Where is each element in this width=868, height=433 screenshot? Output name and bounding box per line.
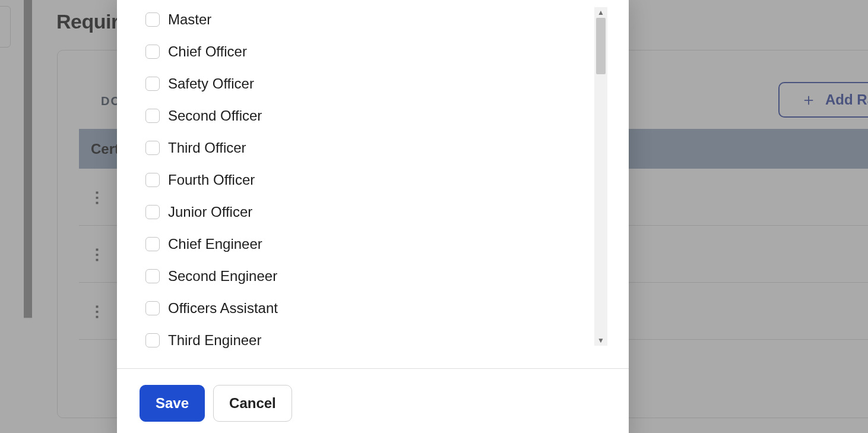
options-scrollbar[interactable]: ▲ ▼ (594, 7, 607, 346)
options-scrollbar-thumb[interactable] (596, 18, 606, 74)
checkbox[interactable] (145, 173, 160, 187)
save-button[interactable]: Save (140, 385, 205, 422)
checkbox[interactable] (145, 109, 160, 123)
checkbox[interactable] (145, 141, 160, 155)
rank-option-label: Second Officer (168, 108, 262, 124)
checkbox[interactable] (145, 301, 160, 315)
rank-option[interactable]: Second Engineer (145, 260, 601, 292)
rank-option[interactable]: Second Officer (145, 100, 601, 132)
scroll-up-icon[interactable]: ▲ (594, 7, 607, 18)
checkbox[interactable] (145, 333, 160, 347)
rank-option-label: Master (168, 11, 211, 28)
rank-option-label: Junior Officer (168, 204, 252, 220)
checkbox[interactable] (145, 77, 160, 91)
rank-option-label: Second Engineer (168, 268, 277, 285)
checkbox[interactable] (145, 205, 160, 219)
checkbox[interactable] (145, 269, 160, 283)
checkbox[interactable] (145, 12, 160, 27)
rank-option[interactable]: Safety Officer (145, 68, 601, 100)
modal-footer: Save Cancel (117, 368, 629, 433)
rank-options-list[interactable]: Master Chief Officer Safety Officer Seco… (117, 4, 607, 368)
rank-select-modal: Master Chief Officer Safety Officer Seco… (117, 0, 629, 433)
rank-option[interactable]: Third Engineer (145, 324, 601, 356)
rank-option[interactable]: Junior Officer (145, 196, 601, 228)
rank-option-label: Chief Officer (168, 43, 247, 60)
rank-option-label: Third Officer (168, 140, 246, 156)
rank-option-label: Third Engineer (168, 332, 261, 349)
rank-option-label: Fourth Officer (168, 172, 255, 188)
rank-option[interactable]: Chief Officer (145, 36, 601, 68)
modal-body: Master Chief Officer Safety Officer Seco… (117, 0, 629, 368)
scroll-down-icon[interactable]: ▼ (594, 335, 607, 346)
rank-option-label: Chief Engineer (168, 236, 262, 252)
rank-option-label: Officers Assistant (168, 300, 278, 317)
rank-option[interactable]: Master (145, 4, 601, 36)
rank-option-label: Safety Officer (168, 75, 254, 92)
checkbox[interactable] (145, 45, 160, 59)
rank-option[interactable]: Chief Engineer (145, 228, 601, 260)
rank-option[interactable]: Third Officer (145, 132, 601, 164)
rank-option[interactable]: Officers Assistant (145, 292, 601, 324)
checkbox[interactable] (145, 237, 160, 251)
cancel-button[interactable]: Cancel (213, 385, 292, 422)
rank-option[interactable]: Fourth Officer (145, 164, 601, 196)
